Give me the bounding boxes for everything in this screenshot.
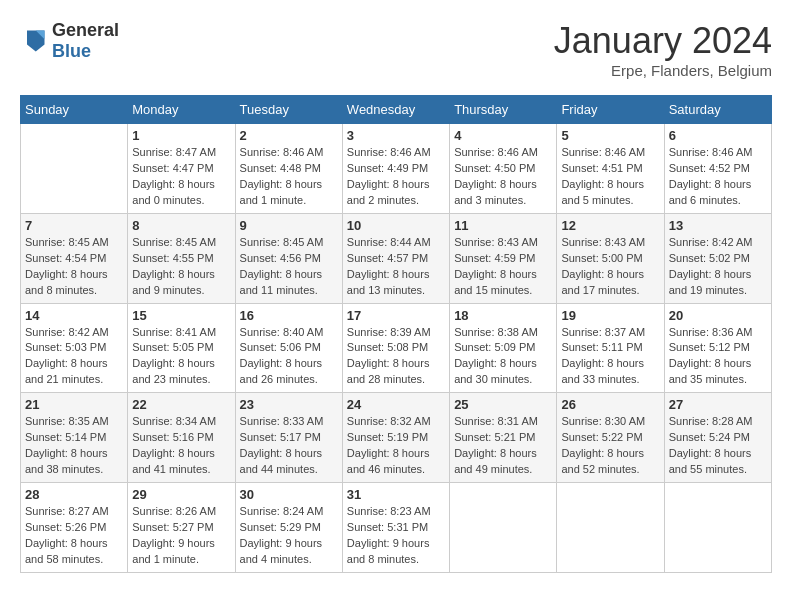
calendar-cell: 9 Sunrise: 8:45 AM Sunset: 4:56 PM Dayli… xyxy=(235,213,342,303)
daylight-text: Daylight: 8 hours and 30 minutes. xyxy=(454,356,552,388)
day-info: Sunrise: 8:27 AM Sunset: 5:26 PM Dayligh… xyxy=(25,504,123,568)
logo-blue-text: Blue xyxy=(52,41,91,61)
sunset-text: Sunset: 5:14 PM xyxy=(25,430,123,446)
calendar-cell: 27 Sunrise: 8:28 AM Sunset: 5:24 PM Dayl… xyxy=(664,393,771,483)
sunset-text: Sunset: 5:27 PM xyxy=(132,520,230,536)
day-number: 17 xyxy=(347,308,445,323)
day-info: Sunrise: 8:40 AM Sunset: 5:06 PM Dayligh… xyxy=(240,325,338,389)
day-info: Sunrise: 8:30 AM Sunset: 5:22 PM Dayligh… xyxy=(561,414,659,478)
day-number: 22 xyxy=(132,397,230,412)
sunset-text: Sunset: 4:48 PM xyxy=(240,161,338,177)
sunrise-text: Sunrise: 8:45 AM xyxy=(25,235,123,251)
sunrise-text: Sunrise: 8:46 AM xyxy=(454,145,552,161)
daylight-text: Daylight: 8 hours and 21 minutes. xyxy=(25,356,123,388)
day-number: 10 xyxy=(347,218,445,233)
calendar-cell xyxy=(557,483,664,573)
daylight-text: Daylight: 8 hours and 1 minute. xyxy=(240,177,338,209)
day-number: 21 xyxy=(25,397,123,412)
sunset-text: Sunset: 5:05 PM xyxy=(132,340,230,356)
daylight-text: Daylight: 8 hours and 26 minutes. xyxy=(240,356,338,388)
sunset-text: Sunset: 5:12 PM xyxy=(669,340,767,356)
calendar-cell: 14 Sunrise: 8:42 AM Sunset: 5:03 PM Dayl… xyxy=(21,303,128,393)
day-info: Sunrise: 8:39 AM Sunset: 5:08 PM Dayligh… xyxy=(347,325,445,389)
sunrise-text: Sunrise: 8:38 AM xyxy=(454,325,552,341)
calendar-cell: 28 Sunrise: 8:27 AM Sunset: 5:26 PM Dayl… xyxy=(21,483,128,573)
day-info: Sunrise: 8:28 AM Sunset: 5:24 PM Dayligh… xyxy=(669,414,767,478)
sunset-text: Sunset: 5:06 PM xyxy=(240,340,338,356)
sunset-text: Sunset: 5:24 PM xyxy=(669,430,767,446)
calendar-cell: 1 Sunrise: 8:47 AM Sunset: 4:47 PM Dayli… xyxy=(128,124,235,214)
calendar-cell: 5 Sunrise: 8:46 AM Sunset: 4:51 PM Dayli… xyxy=(557,124,664,214)
day-info: Sunrise: 8:46 AM Sunset: 4:52 PM Dayligh… xyxy=(669,145,767,209)
daylight-text: Daylight: 8 hours and 2 minutes. xyxy=(347,177,445,209)
sunset-text: Sunset: 4:57 PM xyxy=(347,251,445,267)
sunrise-text: Sunrise: 8:39 AM xyxy=(347,325,445,341)
calendar-cell: 13 Sunrise: 8:42 AM Sunset: 5:02 PM Dayl… xyxy=(664,213,771,303)
day-number: 24 xyxy=(347,397,445,412)
title-block: January 2024 Erpe, Flanders, Belgium xyxy=(554,20,772,79)
sunset-text: Sunset: 4:47 PM xyxy=(132,161,230,177)
sunrise-text: Sunrise: 8:26 AM xyxy=(132,504,230,520)
calendar-week-row: 21 Sunrise: 8:35 AM Sunset: 5:14 PM Dayl… xyxy=(21,393,772,483)
day-info: Sunrise: 8:46 AM Sunset: 4:51 PM Dayligh… xyxy=(561,145,659,209)
sunrise-text: Sunrise: 8:43 AM xyxy=(454,235,552,251)
calendar-cell: 11 Sunrise: 8:43 AM Sunset: 4:59 PM Dayl… xyxy=(450,213,557,303)
daylight-text: Daylight: 8 hours and 15 minutes. xyxy=(454,267,552,299)
daylight-text: Daylight: 8 hours and 5 minutes. xyxy=(561,177,659,209)
calendar-cell: 4 Sunrise: 8:46 AM Sunset: 4:50 PM Dayli… xyxy=(450,124,557,214)
calendar-cell: 26 Sunrise: 8:30 AM Sunset: 5:22 PM Dayl… xyxy=(557,393,664,483)
calendar-cell: 24 Sunrise: 8:32 AM Sunset: 5:19 PM Dayl… xyxy=(342,393,449,483)
daylight-text: Daylight: 8 hours and 38 minutes. xyxy=(25,446,123,478)
header-monday: Monday xyxy=(128,96,235,124)
calendar-cell: 10 Sunrise: 8:44 AM Sunset: 4:57 PM Dayl… xyxy=(342,213,449,303)
sunrise-text: Sunrise: 8:44 AM xyxy=(347,235,445,251)
day-number: 26 xyxy=(561,397,659,412)
day-info: Sunrise: 8:33 AM Sunset: 5:17 PM Dayligh… xyxy=(240,414,338,478)
sunrise-text: Sunrise: 8:46 AM xyxy=(561,145,659,161)
daylight-text: Daylight: 9 hours and 8 minutes. xyxy=(347,536,445,568)
sunrise-text: Sunrise: 8:24 AM xyxy=(240,504,338,520)
daylight-text: Daylight: 8 hours and 11 minutes. xyxy=(240,267,338,299)
sunset-text: Sunset: 5:09 PM xyxy=(454,340,552,356)
sunrise-text: Sunrise: 8:27 AM xyxy=(25,504,123,520)
day-info: Sunrise: 8:32 AM Sunset: 5:19 PM Dayligh… xyxy=(347,414,445,478)
daylight-text: Daylight: 8 hours and 35 minutes. xyxy=(669,356,767,388)
day-number: 4 xyxy=(454,128,552,143)
day-number: 27 xyxy=(669,397,767,412)
sunset-text: Sunset: 5:17 PM xyxy=(240,430,338,446)
day-number: 2 xyxy=(240,128,338,143)
sunset-text: Sunset: 5:03 PM xyxy=(25,340,123,356)
sunrise-text: Sunrise: 8:41 AM xyxy=(132,325,230,341)
daylight-text: Daylight: 8 hours and 58 minutes. xyxy=(25,536,123,568)
day-number: 3 xyxy=(347,128,445,143)
sunrise-text: Sunrise: 8:45 AM xyxy=(132,235,230,251)
sunset-text: Sunset: 5:26 PM xyxy=(25,520,123,536)
sunset-text: Sunset: 5:02 PM xyxy=(669,251,767,267)
sunrise-text: Sunrise: 8:42 AM xyxy=(669,235,767,251)
sunset-text: Sunset: 4:49 PM xyxy=(347,161,445,177)
generalblue-logo-icon xyxy=(20,27,48,55)
daylight-text: Daylight: 8 hours and 6 minutes. xyxy=(669,177,767,209)
daylight-text: Daylight: 8 hours and 0 minutes. xyxy=(132,177,230,209)
calendar-cell xyxy=(450,483,557,573)
location-text: Erpe, Flanders, Belgium xyxy=(554,62,772,79)
sunset-text: Sunset: 4:51 PM xyxy=(561,161,659,177)
daylight-text: Daylight: 8 hours and 44 minutes. xyxy=(240,446,338,478)
day-number: 8 xyxy=(132,218,230,233)
page-header: General Blue January 2024 Erpe, Flanders… xyxy=(20,20,772,79)
day-number: 15 xyxy=(132,308,230,323)
day-number: 25 xyxy=(454,397,552,412)
sunrise-text: Sunrise: 8:46 AM xyxy=(240,145,338,161)
day-info: Sunrise: 8:24 AM Sunset: 5:29 PM Dayligh… xyxy=(240,504,338,568)
calendar-cell xyxy=(664,483,771,573)
month-title: January 2024 xyxy=(554,20,772,62)
day-number: 23 xyxy=(240,397,338,412)
calendar-cell: 7 Sunrise: 8:45 AM Sunset: 4:54 PM Dayli… xyxy=(21,213,128,303)
daylight-text: Daylight: 8 hours and 13 minutes. xyxy=(347,267,445,299)
day-info: Sunrise: 8:36 AM Sunset: 5:12 PM Dayligh… xyxy=(669,325,767,389)
daylight-text: Daylight: 8 hours and 49 minutes. xyxy=(454,446,552,478)
header-friday: Friday xyxy=(557,96,664,124)
day-number: 30 xyxy=(240,487,338,502)
sunrise-text: Sunrise: 8:46 AM xyxy=(347,145,445,161)
calendar-cell: 16 Sunrise: 8:40 AM Sunset: 5:06 PM Dayl… xyxy=(235,303,342,393)
